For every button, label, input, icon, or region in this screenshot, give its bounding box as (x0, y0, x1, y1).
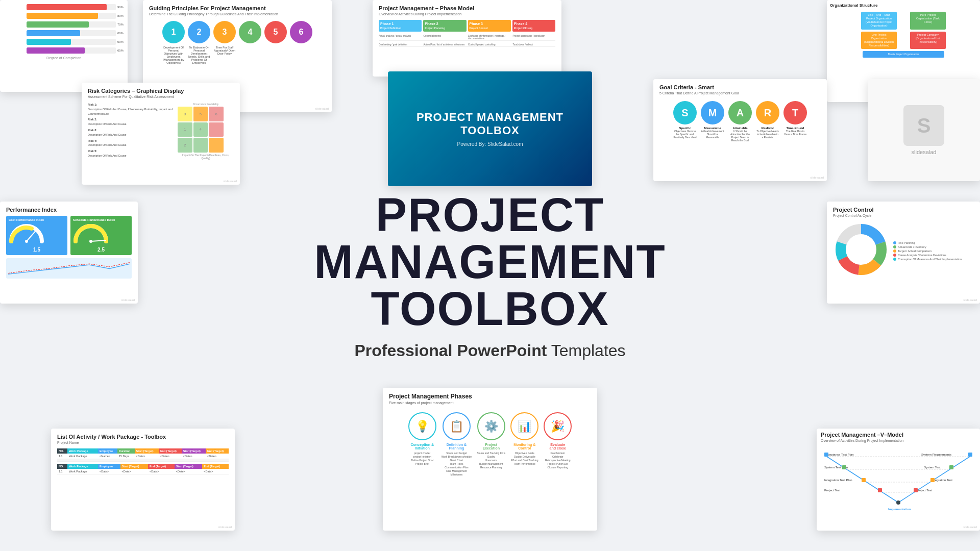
activity-title: List Of Activity / Work Package - Toolbo… (57, 434, 229, 440)
phase-4-title: Phase 4 (514, 22, 554, 26)
perf-title: Performance Index (6, 207, 132, 213)
row1-wp: Work Package (67, 454, 98, 459)
control-label-5: Conception Of Measures And Their Impleme… (893, 258, 962, 261)
org-box-3: Line Project Organization (Organizationa… (861, 32, 897, 49)
col-dur: Duration (117, 448, 135, 454)
org-title: Organizational Structure (830, 3, 977, 8)
svg-rect-26 (824, 453, 828, 457)
risk-item-2: Risk 2:Description Of Risk And Cause (88, 117, 174, 127)
definition-label: Definition &Planning (447, 443, 467, 450)
phase-model-subtitle: Overview of Activities During Project Im… (379, 12, 555, 16)
col2-wp: Work Package (67, 464, 98, 469)
col-emp: Employee (98, 448, 117, 454)
control-label-3: Target / Actual Comparison (893, 249, 962, 253)
control-label-1: Fine Planning (893, 241, 962, 244)
svg-text:Integration Test: Integration Test (932, 479, 952, 482)
execution-icon: ⚙️ (477, 412, 505, 440)
control-title: Project Control (833, 207, 974, 213)
col2-end1: End (Target) (148, 464, 175, 469)
col2-start2: Start (Target) (175, 464, 203, 469)
conception-icon: 💡 (408, 412, 436, 440)
hero-subtitle: Powered By: SlideSalad.com (416, 141, 564, 147)
control-donut-svg (833, 221, 889, 278)
phase-1-title: Phase 1 (380, 22, 420, 26)
col-start1: Start (Target) (135, 448, 159, 454)
svg-text:Integration Test Plan: Integration Test Plan (824, 479, 852, 482)
phase-item-2: 📋 Definition &Planning Scope and budgetW… (442, 412, 472, 477)
table-row-3: 1.1 Work Package <Date> <Date> <Date> <D… (57, 469, 229, 474)
row3-start: <Date> (120, 469, 149, 474)
svg-rect-27 (842, 465, 846, 469)
smart-t: T (783, 101, 807, 124)
row1-end2: <Date> (206, 454, 229, 459)
col-no: NO. (57, 448, 67, 454)
org-box-4: Project Company (Organizational Unit Res… (910, 32, 946, 49)
monitoring-icon: 📊 (510, 412, 538, 440)
main-title-area: PROJECT MANAGEMENT TOOLBOX Professional … (245, 191, 735, 360)
svg-rect-33 (914, 488, 918, 492)
monitoring-label: Monitoring &Control (513, 443, 535, 450)
row1-start2: <Date> (182, 454, 206, 459)
risk-title: Risk Categories – Graphical Display (88, 88, 234, 94)
bar-value-3: 70% (117, 23, 124, 26)
svg-point-10 (847, 235, 875, 264)
main-subtitle-rest: Templates (547, 341, 625, 360)
org-box-2: Pure Project Organization (Task Force) (910, 12, 946, 30)
conception-items: project charterproject InitiationDefine … (411, 452, 433, 466)
smart-r: R (756, 101, 779, 124)
sched-value: 2.5 (73, 247, 129, 253)
svg-rect-31 (949, 465, 953, 469)
guiding-label-5 (264, 46, 287, 64)
row2-dur (117, 459, 135, 462)
svg-line-2 (91, 240, 106, 241)
col-end2: End (Target) (206, 448, 229, 454)
phase-2-sub: Project Planning (425, 27, 464, 30)
svg-point-1 (25, 240, 28, 243)
guiding-label-1: Development Of Personal Objectives With … (162, 46, 185, 64)
execution-label: ProjectExecution (482, 443, 499, 450)
smart-label-t: Time-BoundThe Goal Has to Have a Time Fr… (783, 127, 807, 142)
phase-2-title: Phase 2 (425, 22, 464, 26)
smart-m: M (701, 101, 724, 124)
col-start2: Start (Target) (182, 448, 206, 454)
table-row: 1.1 Work Package <Name> 15 Days <Date> <… (57, 454, 229, 459)
guiding-circle-4: 4 (239, 21, 261, 43)
smart-label-a: AttainableIt Should be Attractive For th… (728, 127, 752, 142)
svg-point-3 (89, 240, 92, 243)
watermark-vmodel: slidesalad (963, 525, 977, 529)
activity-table: NO. Work Package Employee Duration Start… (57, 448, 229, 462)
phase-box-4: Phase 4 Project Closing (512, 20, 555, 32)
phases-title: Project Management Phases (389, 393, 591, 400)
col2-end2: End (Target) (202, 464, 229, 469)
row1-no: 1.1 (57, 454, 67, 459)
smart-label-r: RealisticTo Objective Needs to be Achiev… (756, 127, 779, 142)
row2-emp (98, 459, 117, 462)
execution-items: Status and Tracking KPIsQualityForecasts… (477, 452, 505, 469)
schedule-gauge-svg (73, 223, 109, 244)
col2-start1: Start (Target) (120, 464, 149, 469)
main-title-line2: TOOLBOX (245, 285, 735, 332)
svg-text:Project Test: Project Test (916, 489, 933, 492)
svg-rect-32 (930, 478, 935, 482)
svg-rect-28 (862, 478, 866, 482)
line-chart-svg (8, 260, 130, 277)
svg-rect-30 (968, 453, 972, 457)
slidesalad-logo-letter: S (903, 105, 944, 146)
risk-categories-slide: Risk Categories – Graphical Display Asse… (82, 83, 240, 185)
svg-rect-29 (878, 488, 882, 492)
watermark-smart: slidesalad (810, 176, 824, 179)
svg-line-0 (27, 230, 37, 241)
watermark-perf: slidesalad (121, 298, 135, 302)
svg-point-34 (896, 500, 900, 505)
vmodel-diagram-svg: Acceptance Test Plan System Test Plan In… (821, 446, 976, 513)
bar-value-2: 80% (117, 14, 124, 17)
phase-item-1: 💡 Conception &Initiation project charter… (408, 412, 436, 477)
watermark-control: slidesalad (963, 298, 977, 302)
col2-no: NO. (57, 464, 67, 469)
svg-text:Project Test: Project Test (824, 489, 841, 492)
main-subtitle-bold: Professional PowerPoint (354, 341, 547, 360)
vmodel-slide: Project Management –V–Model Overview of … (817, 429, 980, 531)
evaluate-label: Evaluateand close (550, 443, 566, 450)
smart-slide: Goal Criteria - Smart 5 Criteria That De… (653, 79, 827, 181)
cost-gauge-svg (9, 223, 44, 244)
